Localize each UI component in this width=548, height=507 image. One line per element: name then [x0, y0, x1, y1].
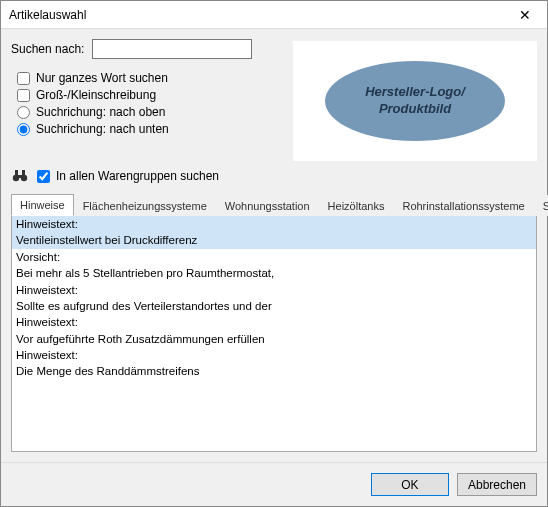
- whole-word-checkbox[interactable]: [17, 72, 30, 85]
- direction-up-label: Suchrichung: nach oben: [36, 105, 165, 119]
- list-row[interactable]: Hinweistext:: [12, 347, 536, 363]
- case-sensitive-label: Groß-/Kleinschreibung: [36, 88, 156, 102]
- list-row[interactable]: Hinweistext:: [12, 216, 536, 232]
- footer: OK Abbrechen: [1, 462, 547, 506]
- dialog-body: Suchen nach: Nur ganzes Wort suchen Groß…: [1, 29, 547, 462]
- list-row[interactable]: Ventileinstellwert bei Druckdifferenz: [12, 232, 536, 248]
- list-row[interactable]: Hinweistext:: [12, 314, 536, 330]
- tab-strip: HinweiseFlächenheizungssystemeWohnungsst…: [11, 193, 537, 216]
- svg-rect-2: [17, 175, 23, 178]
- logo-placeholder: Hersteller-Logo/ Produktbild: [325, 61, 505, 141]
- binoculars-icon: [11, 167, 29, 185]
- tab-2[interactable]: Wohnungsstation: [216, 195, 319, 216]
- tab-1[interactable]: Flächenheizungssysteme: [74, 195, 216, 216]
- svg-rect-4: [22, 170, 25, 175]
- search-column: Suchen nach: Nur ganzes Wort suchen Groß…: [11, 39, 281, 161]
- tab-5[interactable]: Sola: [534, 195, 548, 216]
- list-row[interactable]: Vor aufgeführte Roth Zusatzdämmungen erf…: [12, 331, 536, 347]
- direction-up-radio[interactable]: [17, 106, 30, 119]
- titlebar: Artikelauswahl ✕: [1, 1, 547, 29]
- all-groups-checkbox[interactable]: [37, 170, 50, 183]
- list-row[interactable]: Sollte es aufgrund des Verteilerstandort…: [12, 298, 536, 314]
- list-row[interactable]: Hinweistext:: [12, 282, 536, 298]
- cancel-button[interactable]: Abbrechen: [457, 473, 537, 496]
- all-groups-label: In allen Warengruppen suchen: [56, 169, 219, 183]
- logo-line1: Hersteller-Logo/: [365, 84, 465, 99]
- tab-3[interactable]: Heizöltanks: [319, 195, 394, 216]
- logo-panel: Hersteller-Logo/ Produktbild: [293, 41, 537, 161]
- list-row[interactable]: Bei mehr als 5 Stellantrieben pro Raumth…: [12, 265, 536, 281]
- search-input[interactable]: [92, 39, 252, 59]
- list-row[interactable]: Vorsicht:: [12, 249, 536, 265]
- case-sensitive-checkbox[interactable]: [17, 89, 30, 102]
- search-label: Suchen nach:: [11, 42, 84, 56]
- list-area[interactable]: Hinweistext:Ventileinstellwert bei Druck…: [11, 216, 537, 452]
- logo-line2: Produktbild: [379, 101, 451, 116]
- direction-down-label: Suchrichung: nach unten: [36, 122, 169, 136]
- close-icon: ✕: [519, 7, 531, 23]
- tab-0[interactable]: Hinweise: [11, 194, 74, 216]
- tab-4[interactable]: Rohrinstallationssysteme: [393, 195, 533, 216]
- svg-rect-3: [15, 170, 18, 175]
- dialog: Artikelauswahl ✕ Suchen nach: Nur ganzes…: [0, 0, 548, 507]
- whole-word-label: Nur ganzes Wort suchen: [36, 71, 168, 85]
- ok-button[interactable]: OK: [371, 473, 449, 496]
- close-button[interactable]: ✕: [503, 1, 547, 29]
- list-row[interactable]: Die Menge des Randdämmstreifens: [12, 363, 536, 379]
- direction-down-radio[interactable]: [17, 123, 30, 136]
- window-title: Artikelauswahl: [9, 8, 86, 22]
